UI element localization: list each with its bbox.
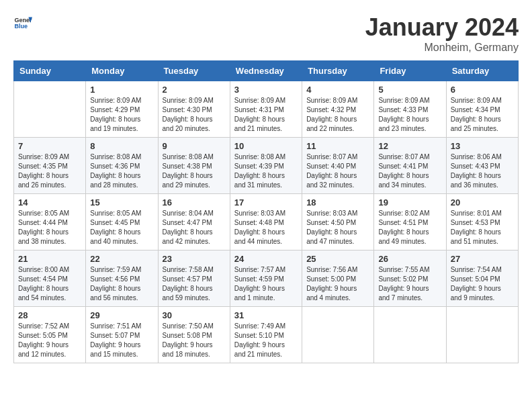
day-number: 31 bbox=[234, 310, 298, 320]
calendar-cell: 21Sunrise: 8:00 AMSunset: 4:54 PMDayligh… bbox=[14, 250, 86, 307]
day-number: 10 bbox=[234, 141, 298, 151]
calendar-cell: 2Sunrise: 8:09 AMSunset: 4:30 PMDaylight… bbox=[158, 81, 230, 138]
day-info: Sunrise: 7:59 AMSunset: 4:56 PMDaylight:… bbox=[90, 265, 153, 303]
column-header-thursday: Thursday bbox=[302, 61, 374, 81]
day-number: 22 bbox=[90, 254, 153, 264]
logo-icon: General Blue bbox=[13, 13, 32, 32]
calendar-cell: 13Sunrise: 8:06 AMSunset: 4:43 PMDayligh… bbox=[446, 138, 518, 194]
calendar-cell: 22Sunrise: 7:59 AMSunset: 4:56 PMDayligh… bbox=[86, 250, 158, 307]
day-number: 30 bbox=[163, 310, 226, 320]
calendar-cell: 4Sunrise: 8:09 AMSunset: 4:32 PMDaylight… bbox=[302, 81, 374, 138]
day-info: Sunrise: 8:02 AMSunset: 4:51 PMDaylight:… bbox=[378, 209, 441, 246]
day-info: Sunrise: 8:03 AMSunset: 4:50 PMDaylight:… bbox=[306, 209, 369, 246]
day-info: Sunrise: 7:51 AMSunset: 5:07 PMDaylight:… bbox=[90, 322, 153, 359]
day-info: Sunrise: 8:09 AMSunset: 4:32 PMDaylight:… bbox=[306, 96, 369, 134]
title-area: January 2024 Monheim, Germany bbox=[365, 13, 519, 54]
column-header-monday: Monday bbox=[86, 61, 158, 81]
day-number: 11 bbox=[306, 141, 369, 151]
calendar-week-row: 21Sunrise: 8:00 AMSunset: 4:54 PMDayligh… bbox=[14, 250, 519, 307]
calendar-cell: 19Sunrise: 8:02 AMSunset: 4:51 PMDayligh… bbox=[374, 194, 446, 250]
header: General Blue January 2024 Monheim, Germa… bbox=[13, 13, 519, 54]
day-info: Sunrise: 8:09 AMSunset: 4:31 PMDaylight:… bbox=[234, 96, 298, 134]
day-info: Sunrise: 8:05 AMSunset: 4:45 PMDaylight:… bbox=[90, 209, 153, 246]
day-info: Sunrise: 8:03 AMSunset: 4:48 PMDaylight:… bbox=[234, 209, 298, 246]
calendar-cell: 26Sunrise: 7:55 AMSunset: 5:02 PMDayligh… bbox=[374, 250, 446, 307]
day-info: Sunrise: 7:56 AMSunset: 5:00 PMDaylight:… bbox=[306, 265, 369, 303]
calendar-cell bbox=[374, 307, 446, 363]
calendar-cell: 12Sunrise: 8:07 AMSunset: 4:41 PMDayligh… bbox=[374, 138, 446, 194]
day-number: 8 bbox=[90, 141, 153, 151]
calendar-week-row: 28Sunrise: 7:52 AMSunset: 5:05 PMDayligh… bbox=[14, 307, 519, 363]
day-number: 20 bbox=[451, 197, 514, 208]
calendar-cell: 18Sunrise: 8:03 AMSunset: 4:50 PMDayligh… bbox=[302, 194, 374, 250]
column-header-saturday: Saturday bbox=[446, 61, 518, 81]
day-info: Sunrise: 8:07 AMSunset: 4:40 PMDaylight:… bbox=[306, 152, 369, 190]
calendar-week-row: 1Sunrise: 8:09 AMSunset: 4:29 PMDaylight… bbox=[14, 81, 519, 138]
day-number: 26 bbox=[378, 254, 441, 264]
day-info: Sunrise: 7:54 AMSunset: 5:04 PMDaylight:… bbox=[451, 265, 514, 303]
day-number: 2 bbox=[163, 85, 226, 95]
calendar-header-row: SundayMondayTuesdayWednesdayThursdayFrid… bbox=[14, 61, 519, 81]
calendar-week-row: 14Sunrise: 8:05 AMSunset: 4:44 PMDayligh… bbox=[14, 194, 519, 250]
day-info: Sunrise: 8:08 AMSunset: 4:36 PMDaylight:… bbox=[90, 152, 153, 190]
calendar-subtitle: Monheim, Germany bbox=[365, 42, 519, 54]
day-number: 17 bbox=[234, 197, 298, 208]
day-number: 14 bbox=[18, 197, 81, 208]
day-number: 6 bbox=[451, 85, 514, 95]
calendar-cell: 24Sunrise: 7:57 AMSunset: 4:59 PMDayligh… bbox=[230, 250, 302, 307]
day-info: Sunrise: 8:05 AMSunset: 4:44 PMDaylight:… bbox=[18, 209, 81, 246]
day-number: 3 bbox=[234, 85, 298, 95]
calendar-cell: 5Sunrise: 8:09 AMSunset: 4:33 PMDaylight… bbox=[374, 81, 446, 138]
calendar-cell: 16Sunrise: 8:04 AMSunset: 4:47 PMDayligh… bbox=[158, 194, 230, 250]
day-info: Sunrise: 8:01 AMSunset: 4:53 PMDaylight:… bbox=[451, 209, 514, 246]
day-number: 23 bbox=[163, 254, 226, 264]
calendar-cell: 8Sunrise: 8:08 AMSunset: 4:36 PMDaylight… bbox=[86, 138, 158, 194]
day-info: Sunrise: 8:09 AMSunset: 4:34 PMDaylight:… bbox=[451, 96, 514, 134]
column-header-tuesday: Tuesday bbox=[158, 61, 230, 81]
calendar-cell: 9Sunrise: 8:08 AMSunset: 4:38 PMDaylight… bbox=[158, 138, 230, 194]
calendar-cell: 10Sunrise: 8:08 AMSunset: 4:39 PMDayligh… bbox=[230, 138, 302, 194]
day-info: Sunrise: 8:09 AMSunset: 4:29 PMDaylight:… bbox=[90, 96, 153, 134]
day-number: 28 bbox=[18, 310, 81, 320]
calendar-cell: 3Sunrise: 8:09 AMSunset: 4:31 PMDaylight… bbox=[230, 81, 302, 138]
day-info: Sunrise: 7:57 AMSunset: 4:59 PMDaylight:… bbox=[234, 265, 298, 303]
calendar-cell: 1Sunrise: 8:09 AMSunset: 4:29 PMDaylight… bbox=[86, 81, 158, 138]
day-info: Sunrise: 7:58 AMSunset: 4:57 PMDaylight:… bbox=[163, 265, 226, 303]
day-number: 21 bbox=[18, 254, 81, 264]
day-number: 7 bbox=[18, 141, 81, 151]
calendar-cell: 20Sunrise: 8:01 AMSunset: 4:53 PMDayligh… bbox=[446, 194, 518, 250]
day-number: 24 bbox=[234, 254, 298, 264]
calendar-title: January 2024 bbox=[365, 13, 519, 42]
calendar-cell bbox=[446, 307, 518, 363]
day-info: Sunrise: 8:07 AMSunset: 4:41 PMDaylight:… bbox=[378, 152, 441, 190]
day-number: 29 bbox=[90, 310, 153, 320]
calendar-cell: 25Sunrise: 7:56 AMSunset: 5:00 PMDayligh… bbox=[302, 250, 374, 307]
day-number: 16 bbox=[163, 197, 226, 208]
day-info: Sunrise: 8:08 AMSunset: 4:39 PMDaylight:… bbox=[234, 152, 298, 190]
day-info: Sunrise: 7:52 AMSunset: 5:05 PMDaylight:… bbox=[18, 322, 81, 359]
day-info: Sunrise: 7:50 AMSunset: 5:08 PMDaylight:… bbox=[163, 322, 226, 359]
calendar-cell: 6Sunrise: 8:09 AMSunset: 4:34 PMDaylight… bbox=[446, 81, 518, 138]
day-info: Sunrise: 8:08 AMSunset: 4:38 PMDaylight:… bbox=[163, 152, 226, 190]
calendar-week-row: 7Sunrise: 8:09 AMSunset: 4:35 PMDaylight… bbox=[14, 138, 519, 194]
day-info: Sunrise: 8:00 AMSunset: 4:54 PMDaylight:… bbox=[18, 265, 81, 303]
day-number: 27 bbox=[451, 254, 514, 264]
day-info: Sunrise: 8:09 AMSunset: 4:30 PMDaylight:… bbox=[163, 96, 226, 134]
day-number: 1 bbox=[90, 85, 153, 95]
day-number: 18 bbox=[306, 197, 369, 208]
svg-text:Blue: Blue bbox=[14, 23, 28, 30]
day-info: Sunrise: 8:09 AMSunset: 4:35 PMDaylight:… bbox=[18, 152, 81, 190]
calendar-table: SundayMondayTuesdayWednesdayThursdayFrid… bbox=[13, 60, 519, 363]
day-info: Sunrise: 8:06 AMSunset: 4:43 PMDaylight:… bbox=[451, 152, 514, 190]
calendar-cell: 17Sunrise: 8:03 AMSunset: 4:48 PMDayligh… bbox=[230, 194, 302, 250]
calendar-cell bbox=[14, 81, 86, 138]
column-header-friday: Friday bbox=[374, 61, 446, 81]
day-info: Sunrise: 8:04 AMSunset: 4:47 PMDaylight:… bbox=[163, 209, 226, 246]
day-info: Sunrise: 7:55 AMSunset: 5:02 PMDaylight:… bbox=[378, 265, 441, 303]
calendar-cell: 29Sunrise: 7:51 AMSunset: 5:07 PMDayligh… bbox=[86, 307, 158, 363]
day-number: 5 bbox=[378, 85, 441, 95]
day-number: 4 bbox=[306, 85, 369, 95]
day-number: 15 bbox=[90, 197, 153, 208]
calendar-cell: 31Sunrise: 7:49 AMSunset: 5:10 PMDayligh… bbox=[230, 307, 302, 363]
calendar-cell: 27Sunrise: 7:54 AMSunset: 5:04 PMDayligh… bbox=[446, 250, 518, 307]
